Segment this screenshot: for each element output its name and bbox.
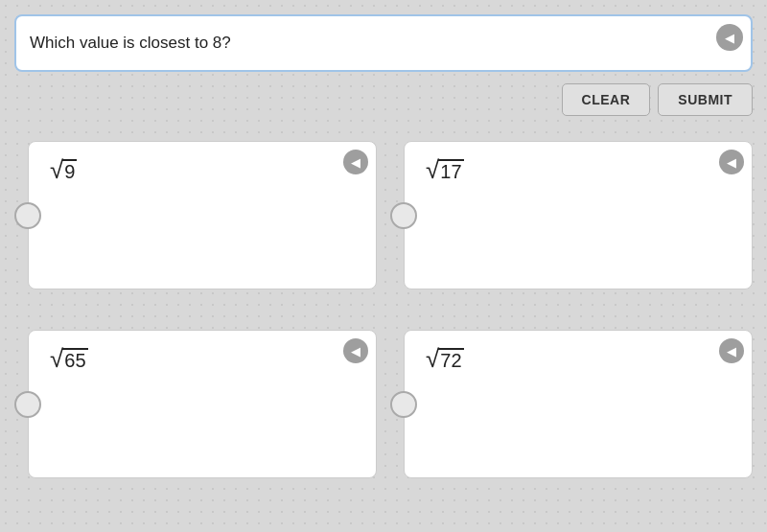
question-box: Which value is closest to 8? ◀ (14, 14, 753, 72)
radio-1[interactable] (14, 202, 41, 229)
speaker-icon-1: ◀ (351, 155, 360, 170)
answer-cell-3: ◀ √65 (14, 316, 377, 492)
answer-card-1[interactable]: ◀ √9 (28, 141, 377, 289)
toolbar: CLEAR SUBMIT (14, 83, 753, 116)
answer-audio-button-3[interactable]: ◀ (343, 338, 368, 363)
answer-audio-button-2[interactable]: ◀ (719, 150, 744, 174)
sqrt-symbol-2: √17 (426, 159, 464, 181)
answer-card-2[interactable]: ◀ √17 (404, 141, 753, 289)
answer-cell-4: ◀ √72 (390, 316, 753, 492)
answer-math-2: √17 (426, 159, 738, 181)
answer-grid: ◀ √9 ◀ √17 (14, 127, 753, 492)
page-container: Which value is closest to 8? ◀ CLEAR SUB… (0, 0, 767, 532)
clear-button[interactable]: CLEAR (562, 83, 651, 116)
answer-card-4[interactable]: ◀ √72 (404, 330, 753, 478)
answer-math-1: √9 (50, 159, 362, 181)
speaker-icon-4: ◀ (727, 344, 736, 359)
answer-audio-button-1[interactable]: ◀ (343, 150, 368, 174)
answer-card-3[interactable]: ◀ √65 (28, 330, 377, 478)
question-text: Which value is closest to 8? (30, 34, 231, 53)
question-audio-button[interactable]: ◀ (716, 24, 743, 51)
answer-cell-1: ◀ √9 (14, 127, 377, 303)
answer-audio-button-4[interactable]: ◀ (719, 338, 744, 363)
answer-math-4: √72 (426, 348, 738, 370)
answer-math-3: √65 (50, 348, 362, 370)
sqrt-symbol-1: √9 (50, 159, 77, 181)
sqrt-symbol-4: √72 (426, 348, 464, 370)
sqrt-symbol-3: √65 (50, 348, 88, 370)
speaker-icon: ◀ (725, 31, 734, 45)
radio-3[interactable] (14, 391, 41, 418)
radio-4[interactable] (390, 391, 417, 418)
submit-button[interactable]: SUBMIT (658, 83, 753, 116)
speaker-icon-2: ◀ (727, 155, 736, 170)
answer-cell-2: ◀ √17 (390, 127, 753, 303)
speaker-icon-3: ◀ (351, 344, 360, 359)
radio-2[interactable] (390, 202, 417, 229)
